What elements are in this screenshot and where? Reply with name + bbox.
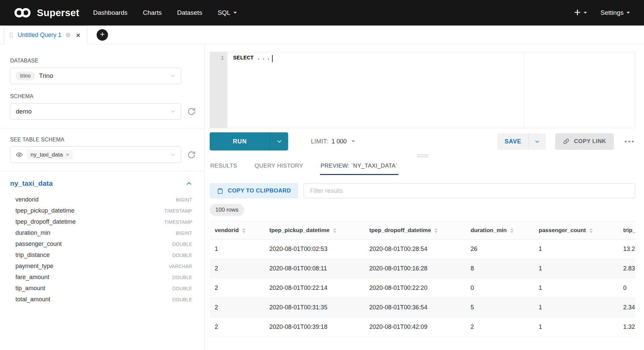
clipboard-icon	[217, 188, 223, 194]
editor-gutter: 1	[210, 52, 227, 128]
table-cell: 2.34	[618, 298, 635, 317]
main-nav: DashboardsChartsDatasetsSQL	[86, 0, 245, 26]
limit-control[interactable]: LIMIT: 1 000	[311, 138, 355, 145]
column-type: DOUBLE	[172, 275, 192, 280]
table-cell: 2020-08-01T00:28:54	[364, 239, 466, 259]
add-tab-button[interactable]: +	[97, 29, 108, 41]
schema-column-row: trip_distanceDOUBLE	[10, 250, 192, 261]
sql-editor[interactable]: 1 SELECT...	[210, 52, 635, 128]
database-value: Trino	[39, 72, 53, 80]
more-options-button[interactable]: •••	[623, 136, 635, 146]
editor-print-margin	[523, 52, 524, 128]
table-cell: 2020-08-01T00:02:53	[264, 239, 364, 259]
nav-item-dashboards[interactable]: Dashboards	[86, 0, 135, 26]
refresh-schemas-button[interactable]	[187, 106, 196, 117]
table-cell: 2	[210, 278, 264, 298]
run-options-caret[interactable]	[270, 132, 288, 150]
sort-icon[interactable]	[510, 228, 514, 233]
table-cell: 2020-08-01T00:22:20	[364, 278, 466, 298]
selected-table-tag: ny_taxi_data ×	[27, 150, 73, 160]
chevron-down-icon	[170, 73, 175, 78]
run-button[interactable]: RUN	[210, 132, 270, 150]
table-cell: 1	[534, 259, 618, 278]
results-tab-bar: RESULTSQUERY HISTORYPREVIEW: `NY_TAXI_DA…	[210, 159, 635, 175]
column-header-content: tpep_dropoff_datetime	[369, 227, 466, 234]
sort-icon[interactable]	[434, 228, 438, 233]
refresh-tables-button[interactable]	[187, 150, 196, 160]
copy-to-clipboard-button[interactable]: COPY TO CLIPBOARD	[210, 183, 298, 199]
drag-handle-icon[interactable]	[10, 33, 13, 38]
column-header-content: passenger_count	[539, 227, 618, 234]
save-button[interactable]: SAVE	[497, 133, 528, 150]
results-tab-results[interactable]: RESULTS	[210, 159, 238, 175]
database-select[interactable]: trino Trino	[10, 68, 181, 84]
column-header[interactable]: passenger_count	[534, 222, 618, 239]
sort-icon[interactable]	[589, 228, 593, 233]
schema-select[interactable]: demo	[10, 103, 181, 120]
superset-brand[interactable]: Superset	[13, 7, 79, 18]
chevron-down-icon	[170, 109, 175, 114]
close-tab-icon[interactable]: ×	[76, 32, 80, 39]
column-type: DOUBLE	[172, 286, 192, 291]
query-tab[interactable]: Untitled Query 1 ×	[4, 26, 87, 44]
copy-to-clipboard-label: COPY TO CLIPBOARD	[228, 187, 291, 194]
column-name: payment_type	[15, 263, 53, 270]
column-header-label: trip_distance	[623, 227, 635, 234]
nav-item-datasets[interactable]: Datasets	[169, 0, 210, 26]
table-cell: 1	[534, 278, 618, 298]
column-header[interactable]: duration_min	[466, 222, 534, 239]
settings-label: Settings	[600, 9, 624, 16]
column-name: trip_distance	[15, 252, 50, 259]
column-type: VARCHAR	[169, 264, 192, 269]
table-row: 22020-08-01T00:08:112020-08-01T00:16:288…	[210, 259, 635, 278]
editor-resize-handle[interactable]	[210, 155, 635, 157]
table-cell: 2.83	[618, 259, 635, 278]
table-cell: 2	[466, 317, 534, 337]
nav-item-sql[interactable]: SQL	[210, 0, 245, 26]
column-header[interactable]: vendorid	[210, 222, 264, 239]
column-header[interactable]: trip_distance	[618, 222, 635, 239]
column-header-label: vendorid	[215, 227, 239, 234]
table-select[interactable]: ny_taxi_data ×	[10, 146, 181, 163]
sort-icon[interactable]	[242, 228, 246, 233]
new-item-menu[interactable]: +	[574, 8, 587, 18]
column-header-content: tpep_pickup_datetime	[269, 227, 364, 234]
column-name: vendorid	[15, 196, 39, 203]
table-value: ny_taxi_data	[31, 151, 63, 158]
column-name: tip_amount	[15, 285, 45, 292]
chevron-down-icon	[535, 139, 540, 144]
chevron-up-icon[interactable]	[186, 180, 192, 187]
column-header-content: vendorid	[215, 227, 264, 234]
column-name: fare_amount	[15, 274, 49, 281]
column-name: tpep_dropoff_datetime	[15, 218, 76, 225]
table-name-title[interactable]: ny_taxi_data	[10, 179, 53, 187]
text-cursor	[272, 55, 273, 62]
copy-link-label: COPY LINK	[574, 138, 606, 145]
filter-results-input[interactable]	[304, 183, 635, 199]
results-tab-preview[interactable]: PREVIEW: `NY_TAXI_DATA`	[320, 159, 398, 175]
column-header[interactable]: tpep_dropoff_datetime	[364, 222, 466, 239]
nav-item-label: SQL	[218, 9, 230, 16]
remove-table-icon[interactable]: ×	[66, 152, 69, 158]
table-cell: 26	[466, 239, 534, 259]
column-header-label: duration_min	[471, 227, 507, 234]
sql-keyword: SELECT	[233, 55, 254, 61]
nav-item-charts[interactable]: Charts	[135, 0, 169, 26]
column-name: passenger_count	[15, 240, 62, 248]
table-cell: 1	[210, 239, 264, 259]
divider	[0, 171, 204, 171]
save-options-caret[interactable]	[528, 133, 546, 150]
sql-text: ...	[257, 55, 272, 61]
nav-item-label: Charts	[143, 9, 162, 16]
copy-link-button[interactable]: COPY LINK	[555, 133, 614, 150]
table-cell: 2	[210, 298, 264, 317]
schema-column-row: tpep_pickup_datetimeTIMESTAMP	[10, 205, 192, 216]
results-tab-query-history[interactable]: QUERY HISTORY	[254, 159, 304, 175]
column-header-label: passenger_count	[539, 227, 586, 234]
table-cell: 2	[210, 317, 264, 337]
divider	[0, 128, 204, 129]
settings-menu[interactable]: Settings	[600, 9, 630, 16]
sort-icon[interactable]	[333, 228, 336, 233]
column-header[interactable]: tpep_pickup_datetime	[264, 222, 364, 239]
table-cell: 8	[466, 259, 534, 278]
